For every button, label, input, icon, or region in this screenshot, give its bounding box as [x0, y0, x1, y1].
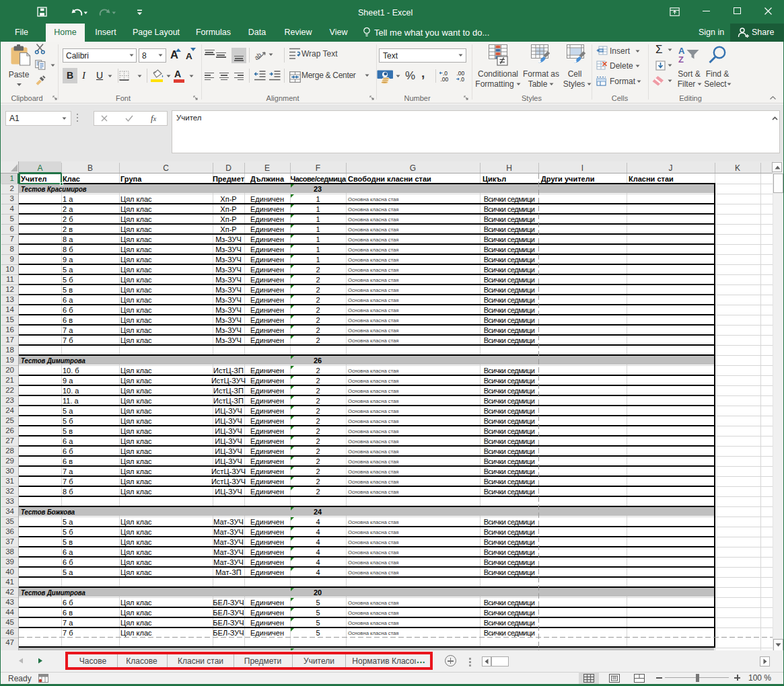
svg-text:Z: Z	[678, 54, 684, 65]
svg-text:.00: .00	[441, 76, 449, 83]
svg-text:.0: .0	[460, 76, 464, 83]
